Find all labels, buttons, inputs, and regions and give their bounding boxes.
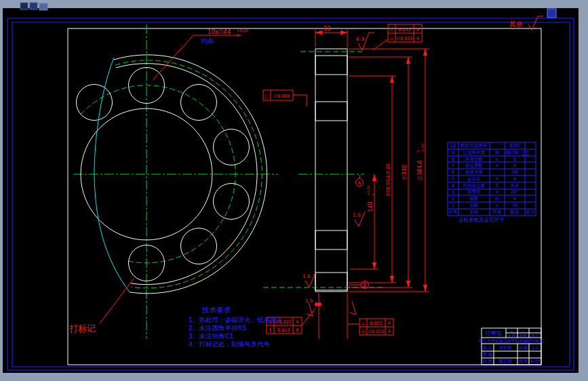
table-cell: 3	[452, 189, 454, 195]
drawing-no-label: 图号	[519, 359, 528, 364]
part-name: 行星轮	[485, 330, 502, 336]
gdt-symbol: ○	[264, 94, 269, 99]
table-cell: 20°	[511, 189, 519, 195]
gdt-symbol: ◎	[389, 36, 393, 41]
gdt-symbol: ∥	[269, 327, 272, 333]
table-header: 序号	[449, 209, 458, 215]
design-label: 设 计	[482, 345, 493, 350]
hole-callout-sup: +0.05	[237, 28, 248, 33]
table-cell: 径向变位量	[463, 183, 486, 188]
table-cell: 0	[513, 163, 516, 168]
scale-value: 1:1	[532, 345, 538, 350]
gdt-datum-ref: A	[388, 329, 391, 334]
note-item: 1、热处理：渗碳淬火、低温回火	[189, 316, 283, 323]
window-icon-2[interactable]	[30, 3, 37, 9]
mark-label: 打标记	[69, 323, 96, 334]
rough-16-mid: 1.6	[353, 212, 361, 218]
table-header: 代号	[492, 209, 503, 215]
drawing-no-value: 4-3h	[530, 359, 541, 364]
cad-window: 其余 10x∅44 +0.05 0 均布 打标记	[0, 0, 588, 381]
designer-name: 张长彪	[498, 345, 512, 350]
table-cell: 70	[512, 203, 517, 208]
note-item: 4、打标记处，刻编号及代号	[189, 340, 271, 348]
table-cell: 跨测齿数	[465, 157, 484, 162]
gdt-datum-ref: A	[416, 36, 420, 41]
organization: 长江大学机械工程学院机械设计制造	[479, 338, 544, 344]
dim-140-sub: 0	[371, 194, 375, 196]
table-cell: 6	[452, 169, 454, 175]
table-cell: 8	[513, 157, 516, 162]
dim-384-sup: 0	[416, 151, 420, 153]
table-cell: 8	[452, 157, 454, 162]
note-item: 3、未注倒角C1	[189, 332, 233, 340]
datum-a: A	[358, 180, 361, 186]
gdt-symbol: ⊥	[389, 27, 393, 33]
notes-title: 技术要求	[202, 306, 231, 314]
table-cell: α	[496, 189, 498, 195]
table-cell: 精度等级	[465, 169, 484, 175]
table-cell: 1	[452, 203, 454, 208]
check-label: 审 核	[482, 352, 493, 357]
note-item: 2、未注圆角半径R5	[189, 324, 246, 332]
dim-33: 33	[324, 26, 330, 32]
table-cell: 齿形角	[467, 189, 481, 195]
window-icon-3[interactable]	[39, 3, 47, 10]
qty-value: 8	[511, 329, 513, 333]
note-label: 备注	[532, 334, 540, 338]
material-value: —	[522, 329, 526, 333]
dim-384: ∅384.6	[417, 160, 423, 180]
draw-label: 制 图	[482, 359, 492, 364]
scale-label: 比例	[519, 345, 528, 350]
window-icon-1[interactable]	[20, 3, 28, 9]
title-block: 行星轮 8 — 件 数 材料 备注 长江大学机械工程学院机械设计制造 设 计 张…	[479, 328, 544, 365]
dim-340: ∅340	[401, 165, 408, 180]
table-cell: 变位系数	[465, 163, 484, 168]
drawing-canvas[interactable]	[3, 8, 579, 373]
table-cell: 2	[452, 196, 454, 201]
table-cell: W	[495, 150, 500, 155]
table-cell: 全齿高	[467, 176, 481, 182]
table-cell: k	[496, 157, 498, 162]
table-header: 数值	[510, 209, 520, 215]
table-cell: m	[495, 196, 499, 201]
gdt-value: 0.012	[398, 27, 411, 33]
hole-callout-note: 均布	[201, 37, 214, 45]
gdt-datum-ref: A	[296, 319, 299, 325]
gdt-value: ∅0.008	[273, 94, 290, 99]
rough-63: 6.3	[356, 36, 364, 42]
gdt-value: ∅0.025	[368, 329, 384, 334]
dim-140-sup: +0.05	[366, 186, 370, 196]
table-cell: ξ	[496, 183, 498, 188]
hole-callout-sub: 0	[237, 33, 239, 37]
table-cell: 9	[452, 150, 454, 155]
dim-140: 140	[368, 201, 374, 212]
gdt-symbol: ◎	[361, 329, 365, 334]
rest-label: 其余	[509, 20, 523, 28]
hole-callout-text: 10x∅44	[208, 28, 231, 35]
table-cell: 齿数	[470, 203, 479, 208]
datum-b: B	[364, 283, 367, 288]
gdt-value: ∅0.025	[396, 36, 412, 41]
table-cell: 86.06	[506, 150, 519, 155]
gdt-datum-ref: B	[296, 327, 298, 333]
qty-label: 件 数	[507, 334, 516, 338]
gdt-value: 0.022	[370, 321, 383, 326]
gdt-datum-ref: A	[416, 27, 420, 33]
corner-widget-icon[interactable]	[547, 9, 556, 18]
table-header: 名称	[470, 209, 479, 215]
table-cell: x	[496, 163, 498, 168]
table-cell: z	[496, 203, 498, 208]
dim-305: 305.05±0.05	[385, 163, 391, 196]
gdt-value: 0.013	[277, 327, 290, 333]
table-cell: 10	[450, 143, 456, 148]
table-cell-sub: -0.10	[522, 153, 530, 157]
drafter-name: 黄宗湖	[498, 359, 512, 364]
table-cell: 配对齿轮图号	[461, 143, 488, 148]
table-header: 备注	[526, 209, 536, 215]
table-cell: 模数	[470, 196, 479, 201]
table-cell: 8-3h	[510, 143, 520, 148]
table-cell: 公法线长度	[463, 150, 486, 155]
table-cell: h	[496, 176, 498, 182]
gdt-datum-ref: A	[388, 321, 391, 326]
rough-16-left: 1.6	[302, 273, 311, 279]
